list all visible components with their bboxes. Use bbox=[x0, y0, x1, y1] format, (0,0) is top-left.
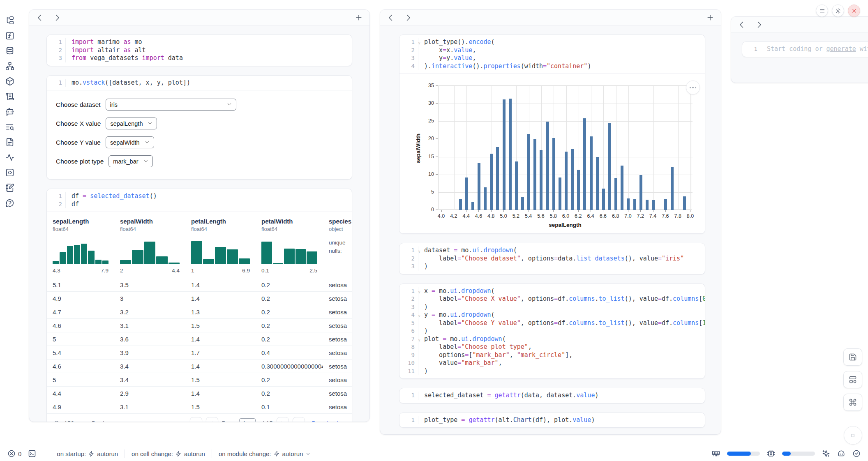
table-row[interactable]: 4.42.91.40.2setosa bbox=[47, 386, 352, 400]
circle-check-button[interactable] bbox=[852, 449, 861, 458]
dropdown-row: Choose datasetiris bbox=[56, 99, 343, 111]
sidebar-item-help-bubble[interactable] bbox=[5, 198, 15, 207]
fold-chevron-icon[interactable]: ∨ bbox=[418, 312, 420, 320]
choose-dataset-select[interactable]: iris bbox=[106, 99, 236, 111]
page-number-select[interactable]: 1 bbox=[239, 418, 256, 422]
choose-plot-type-select[interactable]: mark_bar bbox=[108, 155, 152, 167]
fold-chevron-icon[interactable]: ∨ bbox=[418, 39, 420, 48]
table-cell: 0.4 bbox=[256, 349, 323, 356]
fold-chevron-icon[interactable]: ∨ bbox=[418, 337, 420, 345]
code-editor[interactable]: 1mo.vstack([dataset, x, y, plot]) bbox=[47, 76, 352, 90]
dataframe-table: sepalLengthfloat644.37.9sepalWidthfloat6… bbox=[47, 212, 352, 422]
panel-next-button[interactable] bbox=[53, 14, 61, 22]
terminal-button[interactable] bbox=[28, 449, 36, 458]
line-number-gutter: 123 bbox=[47, 38, 66, 62]
histogram-bar bbox=[74, 245, 80, 264]
panel-prev-button[interactable] bbox=[738, 21, 746, 29]
dropdown-label: Choose dataset bbox=[56, 101, 101, 108]
code-editor[interactable]: 1∨23dataset = mo.ui.dropdown( label="Cho… bbox=[399, 243, 705, 274]
add-cell-button[interactable] bbox=[355, 14, 363, 22]
code-editor[interactable]: 1Start coding or generate with AI. bbox=[742, 42, 868, 57]
column-min-max: 4.37.9 bbox=[53, 267, 108, 274]
menu-button[interactable] bbox=[816, 5, 828, 17]
table-cell: 0.2 bbox=[256, 336, 323, 343]
table-row[interactable]: 4.63.41.40.30000000000000004setosa bbox=[47, 359, 352, 373]
column-panel-2: 1∨234plot_type().encode( x=x.value, y=y.… bbox=[380, 9, 721, 435]
generate-link[interactable]: generate bbox=[826, 45, 856, 53]
y-tick-label: 20 bbox=[422, 136, 434, 141]
gridline-vertical bbox=[653, 86, 654, 210]
error-count-indicator[interactable]: 0 bbox=[7, 449, 21, 458]
table-row[interactable]: 4.63.11.50.2setosa bbox=[47, 318, 352, 332]
add-cell-button[interactable] bbox=[706, 14, 714, 22]
sidebar-item-notebook-pen[interactable] bbox=[5, 183, 15, 192]
panel-prev-button[interactable] bbox=[387, 14, 395, 22]
code-editor[interactable]: 1∨234∨567∨891011x = mo.ui.dropdown( labe… bbox=[399, 284, 705, 379]
command-button[interactable] bbox=[843, 394, 862, 411]
next-page-button[interactable] bbox=[277, 417, 289, 422]
sidebar-item-network[interactable] bbox=[5, 61, 15, 71]
table-cell: 3.1 bbox=[114, 403, 185, 410]
sidebar-item-code-snippet[interactable] bbox=[5, 168, 15, 177]
table-row[interactable]: 4.73.21.30.2setosa bbox=[47, 305, 352, 318]
sidebar-item-list-search[interactable] bbox=[5, 122, 15, 131]
panel-next-button[interactable] bbox=[755, 21, 763, 29]
run-mode-3[interactable]: on module change:autorun bbox=[219, 450, 311, 457]
last-page-button[interactable] bbox=[293, 417, 305, 422]
code-line: value="mark_bar", bbox=[424, 359, 705, 367]
sidebar-item-package[interactable] bbox=[5, 76, 15, 86]
code-editor[interactable]: 1selected_dataset = getattr(data, datase… bbox=[399, 388, 705, 403]
sidebar-item-scroll-text[interactable] bbox=[5, 92, 15, 101]
table-row[interactable]: 53.41.50.2setosa bbox=[47, 373, 352, 386]
choose-x-value-select[interactable]: sepalLength bbox=[106, 118, 157, 129]
save-button[interactable] bbox=[843, 348, 862, 366]
sidebar-item-database[interactable] bbox=[5, 46, 15, 55]
run-mode-2[interactable]: on cell change:autorun bbox=[132, 450, 205, 457]
histogram-bar bbox=[215, 247, 226, 264]
settings-button[interactable] bbox=[832, 5, 844, 17]
fold-chevron-icon[interactable]: ∨ bbox=[418, 248, 420, 256]
table-column-header[interactable]: sepalWidthfloat6424.4 bbox=[114, 218, 185, 278]
fold-chevron-icon[interactable]: ∨ bbox=[418, 288, 420, 297]
sidebar-item-bot-chat[interactable] bbox=[5, 107, 15, 116]
code-editor[interactable]: 123import marimo as moimport altair as a… bbox=[47, 35, 352, 66]
code-editor[interactable]: 1∨234plot_type().encode( x=x.value, y=y.… bbox=[399, 35, 705, 74]
chart-actions-button[interactable] bbox=[686, 81, 700, 95]
sparkles-button[interactable] bbox=[822, 449, 830, 458]
copilot-button[interactable] bbox=[837, 449, 845, 458]
download-button[interactable]: Download bbox=[312, 420, 346, 422]
table-row[interactable]: 4.93.11.50.1setosa bbox=[47, 400, 352, 413]
sidebar-item-function-square[interactable] bbox=[5, 31, 15, 40]
file-text-icon bbox=[5, 138, 14, 147]
code-editor[interactable]: 1plot_type = getattr(alt.Chart(df), plot… bbox=[399, 413, 705, 428]
code-line: x=x.value, bbox=[424, 46, 705, 55]
search-icon[interactable] bbox=[53, 420, 60, 422]
close-button[interactable] bbox=[848, 5, 860, 17]
run-mode-1[interactable]: on startup:autorun bbox=[57, 450, 118, 457]
table-column-header[interactable]: petalLengthfloat6416.9 bbox=[185, 218, 256, 278]
download-label: Download bbox=[312, 420, 339, 422]
sidebar-item-activity[interactable] bbox=[5, 152, 15, 162]
table-column-header[interactable]: petalWidthfloat640.12.5 bbox=[256, 218, 323, 278]
choose-y-value-select[interactable]: sepalWidth bbox=[106, 136, 154, 148]
code-editor[interactable]: 12df = selected_dataset()df bbox=[47, 189, 352, 212]
panel-prev-button[interactable] bbox=[36, 14, 44, 22]
code-line: import marimo as mo bbox=[72, 38, 352, 46]
sidebar-item-file-tree[interactable] bbox=[5, 16, 15, 25]
first-page-button[interactable] bbox=[190, 417, 202, 422]
table-row[interactable]: 5.43.91.70.4setosa bbox=[47, 346, 352, 359]
layout-grid-button[interactable] bbox=[843, 371, 862, 388]
table-row[interactable]: 4.931.40.2setosa bbox=[47, 291, 352, 305]
prev-page-button[interactable] bbox=[206, 417, 218, 422]
table-row[interactable]: 5.13.51.40.2setosa bbox=[47, 278, 352, 291]
chart-bar bbox=[602, 189, 605, 210]
chart-bar bbox=[478, 163, 480, 210]
table-column-header[interactable]: sepalLengthfloat644.37.9 bbox=[47, 218, 114, 278]
x-tickmark bbox=[653, 210, 653, 212]
stop-button[interactable] bbox=[844, 426, 862, 445]
table-row[interactable]: 53.61.40.2setosa bbox=[47, 332, 352, 346]
panel-next-button[interactable] bbox=[404, 14, 412, 22]
table-column-header[interactable]: speciesobjectuniquenulls: bbox=[323, 218, 352, 278]
chart-plot-area[interactable] bbox=[438, 85, 692, 210]
sidebar-item-file-text[interactable] bbox=[5, 137, 15, 147]
